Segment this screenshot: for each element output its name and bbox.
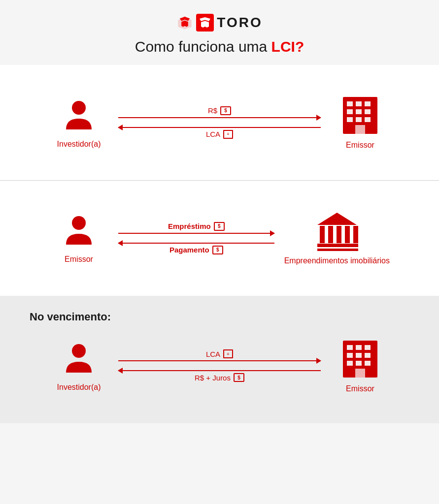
label-emprestimo: Empréstimo $ bbox=[168, 222, 225, 231]
svg-rect-32 bbox=[356, 361, 362, 366]
building-icon-2 bbox=[338, 338, 382, 380]
money-icon-4: $ bbox=[234, 373, 244, 382]
svg-rect-6 bbox=[365, 101, 371, 106]
title-highlight: LCI? bbox=[271, 38, 304, 55]
section-investidor-emissor: Investidor(a) R$ $ LCA ≡ bbox=[0, 65, 439, 180]
doc-icon-2: ≡ bbox=[223, 349, 233, 358]
svg-rect-7 bbox=[347, 109, 353, 114]
arrow-right-1 bbox=[118, 117, 321, 118]
building-icon-1 bbox=[338, 94, 382, 136]
arrow-right-2 bbox=[118, 233, 274, 234]
title-normal: Como funciona uma bbox=[135, 38, 271, 55]
page-wrapper: TORO Como funciona uma LCI? Investidor(a… bbox=[0, 0, 439, 423]
entity-investidor-2: Investidor(a) bbox=[49, 339, 108, 393]
label-lca-2: LCA ≡ bbox=[206, 349, 233, 358]
svg-rect-8 bbox=[356, 109, 362, 114]
arrow-left-2 bbox=[118, 243, 274, 244]
entity-emissor-2: Emissor bbox=[49, 211, 108, 265]
svg-rect-4 bbox=[347, 101, 353, 106]
label-juros: R$ + Juros $ bbox=[195, 373, 244, 382]
section-emissor-empreendimentos: Emissor Empréstimo $ Pagamento bbox=[0, 181, 439, 296]
svg-rect-28 bbox=[347, 353, 353, 358]
entity-empreendimentos: Empreendimentos imobiliários bbox=[284, 210, 390, 266]
svg-point-14 bbox=[72, 216, 86, 230]
arrow-right-3 bbox=[118, 360, 321, 361]
svg-rect-26 bbox=[356, 345, 362, 350]
arrows-area-3: LCA ≡ R$ + Juros $ bbox=[108, 349, 331, 382]
svg-rect-29 bbox=[356, 353, 362, 358]
svg-rect-25 bbox=[347, 345, 353, 350]
svg-rect-31 bbox=[347, 361, 353, 366]
label-investidor: Investidor(a) bbox=[57, 139, 101, 150]
svg-rect-17 bbox=[328, 226, 333, 243]
arrow-row-rs: R$ $ bbox=[118, 106, 321, 118]
svg-rect-5 bbox=[356, 101, 362, 106]
header: TORO Como funciona uma LCI? bbox=[0, 0, 439, 65]
svg-point-2 bbox=[72, 101, 86, 115]
label-rs: R$ $ bbox=[208, 106, 231, 115]
vencimento-title: No vencimento: bbox=[30, 311, 409, 323]
arrow-row-emprestimo: Empréstimo $ bbox=[118, 222, 274, 234]
arrow-row-pagamento: Pagamento $ bbox=[118, 243, 274, 254]
logo-container: TORO bbox=[176, 14, 262, 32]
label-lca: LCA ≡ bbox=[206, 130, 233, 139]
label-investidor-2: Investidor(a) bbox=[57, 382, 101, 393]
svg-rect-20 bbox=[353, 226, 358, 243]
svg-rect-10 bbox=[347, 117, 353, 122]
diagram-row-3: Investidor(a) LCA ≡ R$ + Juros bbox=[30, 328, 409, 404]
arrow-left-1 bbox=[118, 127, 321, 128]
toro-logo-icon bbox=[176, 14, 193, 31]
svg-rect-33 bbox=[365, 361, 371, 366]
entity-investidor: Investidor(a) bbox=[49, 96, 108, 150]
main-title: Como funciona uma LCI? bbox=[135, 38, 304, 55]
svg-rect-19 bbox=[345, 226, 350, 243]
svg-rect-21 bbox=[317, 244, 358, 247]
svg-point-23 bbox=[72, 344, 86, 358]
svg-rect-13 bbox=[355, 125, 365, 134]
money-icon-1: $ bbox=[220, 106, 231, 115]
person-icon-emissor bbox=[59, 211, 99, 251]
svg-marker-15 bbox=[317, 213, 357, 225]
svg-rect-27 bbox=[365, 345, 371, 350]
arrows-area-1: R$ $ LCA ≡ bbox=[108, 106, 331, 139]
svg-rect-9 bbox=[365, 109, 371, 114]
bank-icon bbox=[315, 210, 359, 252]
toro-svg-icon bbox=[196, 14, 214, 32]
svg-rect-12 bbox=[365, 117, 371, 122]
arrow-row-juros: R$ + Juros $ bbox=[118, 370, 321, 382]
arrow-left-3 bbox=[118, 370, 321, 371]
money-icon-3: $ bbox=[212, 246, 223, 254]
entity-emissor-3: Emissor bbox=[331, 338, 390, 394]
label-emissor-3: Emissor bbox=[346, 384, 374, 394]
money-icon-2: $ bbox=[214, 222, 225, 231]
svg-rect-34 bbox=[355, 369, 365, 378]
diagram-row-1: Investidor(a) R$ $ LCA ≡ bbox=[30, 85, 409, 160]
label-emissor-2: Emissor bbox=[65, 254, 93, 265]
svg-rect-11 bbox=[356, 117, 362, 122]
person-icon-investidor-2 bbox=[59, 339, 99, 378]
label-pagamento: Pagamento $ bbox=[169, 246, 223, 254]
person-icon-investidor bbox=[59, 96, 99, 135]
arrows-area-2: Empréstimo $ Pagamento $ bbox=[108, 222, 284, 254]
svg-rect-16 bbox=[320, 226, 325, 243]
section-vencimento: No vencimento: Investidor(a) LCA bbox=[0, 296, 439, 424]
logo-text: TORO bbox=[217, 15, 262, 31]
arrow-row-lca-2: LCA ≡ bbox=[118, 349, 321, 361]
doc-icon-1: ≡ bbox=[223, 130, 233, 139]
diagram-row-2: Emissor Empréstimo $ Pagamento bbox=[30, 200, 409, 276]
svg-rect-22 bbox=[317, 249, 358, 251]
arrow-row-lca: LCA ≡ bbox=[118, 127, 321, 139]
label-empreendimentos: Empreendimentos imobiliários bbox=[284, 256, 390, 266]
svg-rect-18 bbox=[337, 226, 341, 243]
entity-emissor-1: Emissor bbox=[331, 94, 390, 151]
svg-rect-30 bbox=[365, 353, 371, 358]
label-emissor-1: Emissor bbox=[346, 140, 374, 151]
